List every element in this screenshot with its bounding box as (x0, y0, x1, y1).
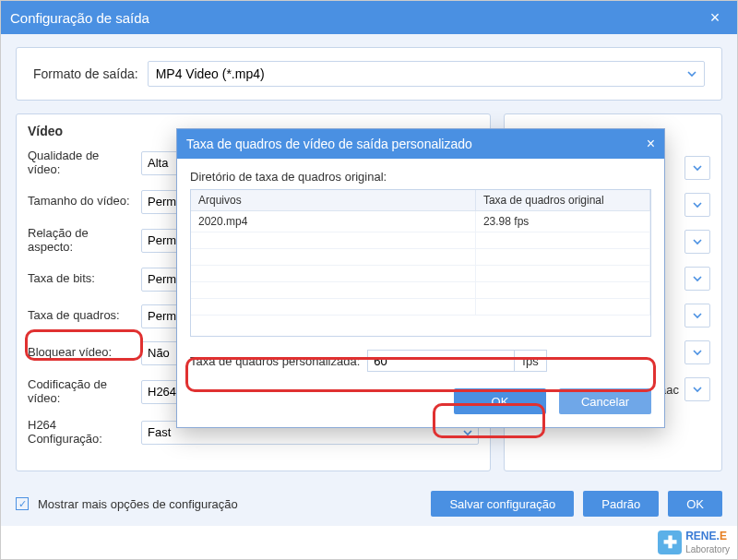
custom-framerate-dialog: Taxa de quadros de vídeo de saída person… (176, 128, 665, 428)
quality-label: Qualidade de vídeo: (28, 149, 134, 177)
custom-fps-row: Taxa de quadros personalizada: fps (190, 350, 651, 372)
fps-unit: fps (515, 350, 546, 372)
dialog-cancel-button[interactable]: Cancelar (559, 388, 651, 414)
audio-select-4[interactable] (684, 267, 710, 291)
custom-fps-label: Taxa de quadros personalizada: (190, 354, 360, 368)
lock-label: Bloquear vídeo: (28, 346, 134, 360)
cell-fps: 23.98 fps (475, 211, 649, 232)
logo-lab: Laboratory (685, 544, 730, 554)
table-row[interactable]: 2020.mp4 23.98 fps (191, 211, 650, 232)
show-more-checkbox[interactable]: ✓ (16, 497, 29, 510)
output-format-value: MP4 Video (*.mp4) (156, 66, 265, 81)
h264cfg-label: H264 Configuração: (28, 419, 134, 447)
logo-rene: RENE. (685, 530, 720, 542)
dialog-close-icon[interactable]: × (647, 136, 655, 152)
dialog-ok-button[interactable]: OK (454, 388, 546, 414)
size-label: Tamanho do vídeo: (28, 195, 134, 209)
dialog-title: Taxa de quadros de vídeo de saída person… (186, 137, 647, 151)
custom-fps-input[interactable] (367, 350, 515, 372)
logo-e: E (720, 530, 727, 542)
col-original-fps[interactable]: Taxa de quadros original (475, 190, 649, 211)
ok-button[interactable]: OK (668, 491, 722, 517)
audio-select-3[interactable] (684, 230, 710, 254)
audio-select-5[interactable] (684, 304, 710, 328)
window-title: Configuração de saída (10, 10, 702, 26)
audio-select-1[interactable] (684, 156, 710, 180)
col-files[interactable]: Arquivos (191, 190, 475, 211)
default-button[interactable]: Padrão (583, 491, 659, 517)
audio-select-2[interactable] (684, 193, 710, 217)
chevron-down-icon (687, 69, 696, 78)
close-icon[interactable]: × (702, 8, 728, 28)
chevron-down-icon (463, 428, 472, 437)
output-format-select[interactable]: MP4 Video (*.mp4) (148, 61, 705, 87)
files-grid[interactable]: Arquivos Taxa de quadros original 2020.m… (190, 189, 651, 337)
framerate-label: Taxa de quadros: (28, 309, 134, 323)
output-format-label: Formato de saída: (33, 66, 138, 81)
main-titlebar: Configuração de saída × (1, 1, 737, 34)
original-fps-dir-label: Diretório de taxa de quadros original: (190, 170, 651, 184)
audio-encoding-select[interactable] (684, 377, 710, 401)
logo-cross-icon: ✚ (658, 530, 682, 554)
audio-select-6[interactable] (684, 340, 710, 364)
show-more-label: Mostrar mais opções de configuração (38, 497, 422, 511)
bitrate-label: Taxa de bits: (28, 272, 134, 286)
output-format-panel: Formato de saída: MP4 Video (*.mp4) (16, 47, 722, 101)
bottom-bar: ✓ Mostrar mais opções de configuração Sa… (16, 491, 722, 517)
dialog-titlebar: Taxa de quadros de vídeo de saída person… (177, 129, 664, 159)
aspect-label: Relação de aspecto: (28, 227, 134, 255)
brand-logo: ✚ RENE.E Laboratory (658, 530, 730, 555)
dialog-body: Diretório de taxa de quadros original: A… (177, 159, 664, 427)
encoding-label: Codificação de vídeo: (28, 378, 134, 406)
cell-filename: 2020.mp4 (191, 211, 475, 232)
save-config-button[interactable]: Salvar configuração (431, 491, 574, 517)
dialog-buttons: OK Cancelar (190, 388, 651, 414)
